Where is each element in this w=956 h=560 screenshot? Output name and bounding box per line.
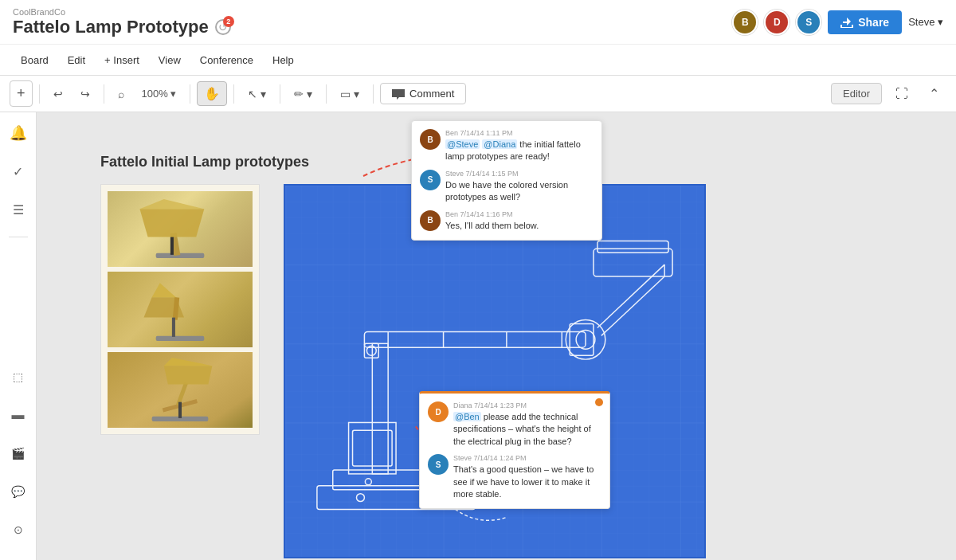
- share-button[interactable]: Share: [828, 10, 902, 34]
- menu-bar: Board Edit + Insert View Conference Help: [0, 45, 956, 75]
- svg-rect-9: [172, 318, 175, 337]
- lamp-photo-1: [108, 191, 253, 267]
- separator-2: [104, 84, 104, 104]
- comment-avatar-ben-2: B: [420, 210, 441, 231]
- fullscreen-button[interactable]: ⛶: [888, 82, 915, 106]
- svg-marker-14: [164, 358, 213, 366]
- sidebar-notifications[interactable]: 🔔: [7, 122, 29, 144]
- left-sidebar: 🔔 ✓ ☰ ⬚ ▬ 🎬 💬 ⊙: [0, 112, 37, 560]
- top-right-section: B D S Share Steve ▾: [732, 10, 943, 35]
- photos-panel: [100, 184, 260, 435]
- comment-meta-1: Ben 7/14/14 1:11 PM: [445, 129, 594, 137]
- avatar-img-diana: D: [766, 11, 788, 33]
- svg-marker-2: [139, 209, 204, 237]
- editor-button[interactable]: Editor: [831, 83, 882, 104]
- project-title: Fattelo Lamp Prototype: [13, 17, 209, 37]
- menu-view[interactable]: View: [151, 51, 189, 69]
- select-tool-button[interactable]: ↖ ▾: [241, 83, 273, 105]
- comment-text-3: Yes, I'll add them below.: [445, 220, 594, 232]
- svg-marker-3: [139, 199, 204, 209]
- comment-text-4: @Ben please add the technical specificat…: [453, 411, 601, 448]
- redo-button[interactable]: ↪: [73, 83, 97, 105]
- menu-insert[interactable]: + Insert: [96, 51, 147, 69]
- comment-meta-3: Ben 7/14/14 1:16 PM: [445, 210, 594, 218]
- separator-1: [39, 84, 40, 104]
- menu-help[interactable]: Help: [264, 51, 302, 69]
- svg-rect-4: [170, 237, 174, 255]
- svg-rect-5: [156, 336, 205, 341]
- sidebar-objects[interactable]: ▬: [7, 404, 29, 426]
- top-bar: CoolBrandCo Fattelo Lamp Prototype ↺ 2 B…: [0, 0, 956, 76]
- comment-avatar-diana: D: [428, 401, 449, 422]
- menu-edit[interactable]: Edit: [60, 51, 93, 69]
- project-title-row: Fattelo Lamp Prototype ↺ 2: [13, 17, 732, 37]
- avatar-ben[interactable]: B: [732, 10, 758, 35]
- comment-entry-5: S Steve 7/14/14 1:24 PM That's a good qu…: [428, 454, 601, 500]
- lamp-photo-2: [108, 272, 253, 347]
- comment-entry-1: B Ben 7/14/14 1:11 PM @Steve @Diana the …: [420, 129, 594, 163]
- pen-tool-button[interactable]: ✏ ▾: [287, 83, 319, 105]
- avatar-steve[interactable]: S: [796, 10, 821, 35]
- menu-board[interactable]: Board: [13, 51, 57, 69]
- toolbar: + ↩ ↪ ⌕ 100% ▾ ✋ ↖ ▾ ✏ ▾ ▭ ▾ Comment Edi…: [0, 76, 956, 112]
- avatar-diana[interactable]: D: [764, 10, 789, 35]
- sidebar-divider: [9, 237, 28, 237]
- comment-meta-4: Diana 7/14/14 1:23 PM: [453, 401, 601, 409]
- comment-body-4: Diana 7/14/14 1:23 PM @Ben please add th…: [453, 401, 601, 448]
- comment-thread-1: B Ben 7/14/14 1:11 PM @Steve @Diana the …: [420, 129, 594, 232]
- comment-box-2[interactable]: D Diana 7/14/14 1:23 PM @Ben please add …: [419, 391, 610, 509]
- comment-avatar-ben-1: B: [420, 129, 441, 150]
- comment-body-3: Ben 7/14/14 1:16 PM Yes, I'll add them b…: [445, 210, 594, 232]
- comment-body-5: Steve 7/14/14 1:24 PM That's a good ques…: [453, 454, 601, 500]
- menu-conference[interactable]: Conference: [192, 51, 261, 69]
- comment-avatar-steve-1: S: [420, 170, 441, 190]
- separator-7: [373, 84, 374, 104]
- editor-label: Editor: [843, 88, 870, 100]
- svg-marker-13: [164, 366, 213, 384]
- comment-body-1: Ben 7/14/14 1:11 PM @Steve @Diana the in…: [445, 129, 594, 163]
- separator-5: [280, 84, 280, 104]
- svg-rect-15: [178, 402, 182, 418]
- sticky-tool-button[interactable]: ▭ ▾: [333, 83, 366, 105]
- brand-section: CoolBrandCo Fattelo Lamp Prototype ↺ 2: [13, 7, 732, 37]
- separator-3: [190, 84, 190, 104]
- zoom-level-button[interactable]: 100% ▾: [135, 83, 184, 104]
- comment-meta-5: Steve 7/14/14 1:24 PM: [453, 454, 601, 462]
- sidebar-video[interactable]: 🎬: [7, 442, 29, 464]
- undo-button[interactable]: ↩: [46, 83, 70, 105]
- comment-button[interactable]: Comment: [380, 83, 466, 104]
- share-label: Share: [858, 16, 889, 29]
- main-area: 🔔 ✓ ☰ ⬚ ▬ 🎬 💬 ⊙ Fattelo Initial Lamp pro…: [0, 112, 956, 560]
- avatar-img-steve: S: [797, 11, 820, 33]
- sync-badge[interactable]: ↺ 2: [215, 19, 231, 35]
- comment-text-2: Do we have the colored version prototype…: [445, 179, 594, 204]
- user-menu[interactable]: Steve ▾: [908, 16, 943, 28]
- sidebar-apps[interactable]: ⊙: [7, 519, 29, 541]
- sidebar-list[interactable]: ☰: [7, 198, 29, 221]
- collapse-button[interactable]: ⌃: [922, 81, 946, 106]
- comment-text-5: That's a good question – we have to see …: [453, 464, 601, 500]
- separator-6: [326, 84, 327, 104]
- brand-name: CoolBrandCo: [13, 7, 732, 17]
- comment-box-1[interactable]: B Ben 7/14/14 1:11 PM @Steve @Diana the …: [411, 120, 602, 241]
- sidebar-bottom: ⬚ ▬ 🎬 💬 ⊙: [7, 366, 29, 550]
- notification-count: 2: [223, 16, 234, 27]
- comment-text-1: @Steve @Diana the initial fattelo lamp p…: [445, 139, 594, 163]
- add-button[interactable]: +: [10, 80, 33, 107]
- separator-4: [233, 84, 234, 104]
- comment-entry-4: D Diana 7/14/14 1:23 PM @Ben please add …: [428, 401, 601, 448]
- comment-avatar-steve-2: S: [428, 454, 449, 475]
- avatar-img-ben: B: [734, 11, 756, 33]
- svg-marker-8: [152, 283, 176, 297]
- comment-thread-2: D Diana 7/14/14 1:23 PM @Ben please add …: [428, 401, 601, 500]
- lamp-photo-3: [108, 352, 253, 428]
- unread-indicator: [595, 398, 603, 406]
- sidebar-tasks[interactable]: ✓: [7, 160, 29, 182]
- canvas-area[interactable]: Fattelo Initial Lamp prototypes: [37, 112, 956, 560]
- hand-tool-button[interactable]: ✋: [197, 81, 227, 106]
- sidebar-chat[interactable]: 💬: [7, 480, 29, 503]
- zoom-fit-button[interactable]: ⌕: [111, 83, 131, 105]
- comment-label: Comment: [409, 88, 454, 100]
- top-bar-upper: CoolBrandCo Fattelo Lamp Prototype ↺ 2 B…: [0, 0, 956, 45]
- sidebar-frames[interactable]: ⬚: [7, 366, 29, 388]
